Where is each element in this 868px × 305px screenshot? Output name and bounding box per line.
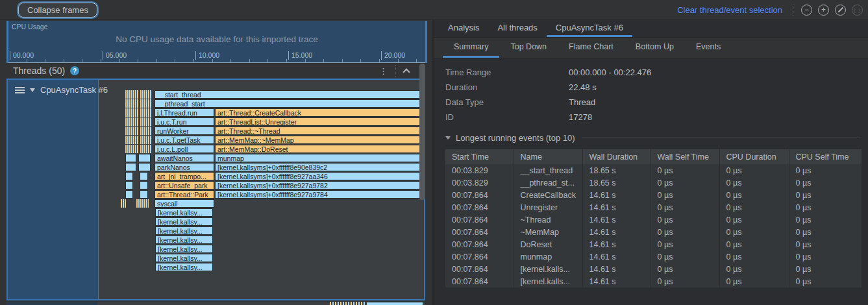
collapse-frames-button[interactable]: Collapse frames xyxy=(18,3,97,18)
flame-fragment[interactable] xyxy=(140,90,152,99)
flame-block[interactable]: __start_thread xyxy=(155,90,423,99)
collapse-section-icon[interactable] xyxy=(403,68,410,75)
flame-block[interactable]: art::MemMap::~MemMap xyxy=(215,136,423,144)
table-cell: 0 µs xyxy=(651,177,719,189)
subtab-flame-chart[interactable]: Flame Chart xyxy=(558,38,625,58)
cpu-usage-track[interactable]: CPU Usage No CPU usage data available fo… xyxy=(6,21,427,63)
flame-fragment[interactable] xyxy=(125,117,138,126)
summary-value: 00:00.000 - 00:22.476 xyxy=(569,67,651,77)
threads-scrollbar[interactable] xyxy=(419,64,425,304)
column-header[interactable]: Wall Duration xyxy=(582,149,651,164)
table-row[interactable]: 00:03.829__pthread_st...18.65 s0 µs0 µs0… xyxy=(445,177,862,189)
threads-scrollbar-thumb[interactable] xyxy=(419,64,425,200)
thread-expand-caret-icon[interactable] xyxy=(30,88,35,92)
flame-block[interactable]: art::Unsafe_park xyxy=(155,181,214,189)
flame-fragment[interactable] xyxy=(136,199,149,208)
threads-header: Threads (50) ? ⋮ xyxy=(0,63,426,79)
flame-block[interactable]: j.u.c.T.getTask xyxy=(155,136,214,144)
clear-thread-event-selection-link[interactable]: Clear thread/event selection xyxy=(677,5,782,15)
tab-analysis[interactable]: Analysis xyxy=(439,20,488,37)
thread-label-panel[interactable]: CpuAsyncTask #6 xyxy=(8,80,99,299)
flame-block[interactable]: [kernel.kallsyms]+0xffffff8e927aa346 xyxy=(215,172,423,180)
flame-fragment[interactable] xyxy=(138,163,151,171)
column-header[interactable]: CPU Self Time xyxy=(789,149,862,164)
flame-fragment[interactable] xyxy=(125,145,138,153)
table-cell: 0 µs xyxy=(719,226,789,238)
flame-block[interactable]: art::ThreadList::Unregister xyxy=(215,117,423,126)
thread-callchart[interactable]: __start_thread__pthread_startj.l.Thread.… xyxy=(99,80,425,299)
flame-fragment[interactable] xyxy=(125,181,133,189)
reset-zoom-icon[interactable] xyxy=(835,5,846,16)
table-row[interactable]: 00:07.864[kernel.kalls...14.61 s0 µs0 µs… xyxy=(445,263,862,275)
column-header[interactable]: Start Time xyxy=(445,149,514,164)
flame-fragment[interactable] xyxy=(140,108,152,117)
flame-block[interactable]: [kernel.kallsy... xyxy=(155,263,213,271)
flame-fragment[interactable] xyxy=(121,199,126,208)
column-header[interactable]: Wall Self Time xyxy=(651,149,719,164)
flame-fragment[interactable] xyxy=(125,163,136,171)
flame-fragment[interactable] xyxy=(140,117,152,126)
flame-block[interactable]: art_jni_trampo... xyxy=(155,172,214,180)
flame-fragment[interactable] xyxy=(140,190,148,199)
help-icon[interactable]: ? xyxy=(70,66,79,75)
column-header[interactable]: CPU Duration xyxy=(719,149,789,164)
flame-fragment[interactable] xyxy=(125,136,138,144)
table-row[interactable]: 00:07.864Unregister14.61 s0 µs0 µs0 µs xyxy=(445,201,862,214)
flame-fragment[interactable] xyxy=(140,136,152,144)
flame-fragment[interactable] xyxy=(140,127,152,135)
flame-block[interactable]: j.u.c.L.poll xyxy=(155,145,214,153)
flame-block[interactable]: j.u.c.T.run xyxy=(155,117,214,126)
zoom-out-icon[interactable]: − xyxy=(801,5,812,16)
flame-fragment[interactable] xyxy=(140,99,152,108)
more-options-icon[interactable]: ⋮ xyxy=(379,67,388,75)
zoom-in-icon[interactable]: + xyxy=(818,5,829,16)
table-row[interactable]: 00:07.864munmap14.61 s0 µs0 µs0 µs xyxy=(445,250,862,263)
flame-fragment[interactable] xyxy=(125,90,138,99)
flame-block[interactable]: awaitNanos xyxy=(155,154,214,162)
subtab-summary[interactable]: Summary xyxy=(443,38,499,58)
flame-block[interactable]: art::Thread::CreateCallback xyxy=(215,108,423,117)
tab-all-threads[interactable]: All threads xyxy=(488,20,546,37)
column-header[interactable]: Name xyxy=(514,149,582,164)
flame-block[interactable]: runWorker xyxy=(155,127,214,135)
flame-block[interactable]: [kernel.kallsyms]+0xffffff8e90e839c2 xyxy=(215,163,423,171)
drag-handle-icon[interactable] xyxy=(15,87,25,93)
flame-block[interactable]: [kernel.kallsy... xyxy=(155,226,213,235)
flame-fragment[interactable] xyxy=(138,154,151,162)
flame-fragment[interactable] xyxy=(140,181,148,189)
subtab-top-down[interactable]: Top Down xyxy=(499,38,558,58)
flame-block[interactable]: art::Thread::Park xyxy=(155,190,214,199)
flame-fragment[interactable] xyxy=(125,99,138,108)
flame-block[interactable]: munmap xyxy=(215,154,423,162)
flame-block[interactable]: j.l.Thread.run xyxy=(155,108,214,117)
flame-fragment[interactable] xyxy=(125,190,133,199)
flame-block[interactable]: art::Thread::~Thread xyxy=(215,127,423,135)
table-row[interactable]: 00:07.864DoReset14.61 s0 µs0 µs0 µs xyxy=(445,238,862,250)
flame-block[interactable]: [kernel.kallsy... xyxy=(155,254,213,262)
flame-block[interactable]: parkNanos xyxy=(155,163,214,171)
subtab-bottom-up[interactable]: Bottom Up xyxy=(625,38,685,58)
subtab-events[interactable]: Events xyxy=(685,38,732,58)
flame-fragment[interactable] xyxy=(140,172,148,180)
table-row[interactable]: 00:07.864CreateCallback14.61 s0 µs0 µs0 … xyxy=(445,189,862,201)
flame-fragment[interactable] xyxy=(125,108,138,117)
flame-block[interactable]: [kernel.kallsyms]+0xffffff8e927a9782 xyxy=(215,181,423,189)
table-row[interactable]: 00:07.864~Thread14.61 s0 µs0 µs0 µs xyxy=(445,214,862,226)
flame-fragment[interactable] xyxy=(125,172,133,180)
flame-block[interactable]: [kernel.kallsy... xyxy=(155,217,213,226)
flame-block[interactable]: [kernel.kallsy... xyxy=(155,245,213,253)
table-row[interactable]: 00:07.864[kernel.kalls...14.61 s0 µs0 µs… xyxy=(445,275,862,287)
tab-cpuasynctask-6[interactable]: CpuAsyncTask #6 xyxy=(547,20,632,37)
flame-block[interactable]: [kernel.kallsy... xyxy=(155,208,213,217)
flame-fragment[interactable] xyxy=(125,127,138,135)
flame-block[interactable]: syscall xyxy=(155,199,214,208)
flame-block[interactable]: art::MemMap::DoReset xyxy=(215,145,423,153)
flame-fragment[interactable] xyxy=(140,145,152,153)
collapse-triangle-icon[interactable] xyxy=(445,136,451,140)
flame-block[interactable]: [kernel.kallsyms]+0xffffff8e927a9784 xyxy=(215,190,423,199)
flame-block[interactable]: [kernel.kallsy... xyxy=(155,236,213,244)
table-row[interactable]: 00:03.829__start_thread18.65 s0 µs0 µs0 … xyxy=(445,164,862,177)
table-row[interactable]: 00:07.864~MemMap14.61 s0 µs0 µs0 µs xyxy=(445,226,862,238)
flame-block[interactable]: __pthread_start xyxy=(155,99,423,108)
flame-fragment[interactable] xyxy=(125,154,136,162)
